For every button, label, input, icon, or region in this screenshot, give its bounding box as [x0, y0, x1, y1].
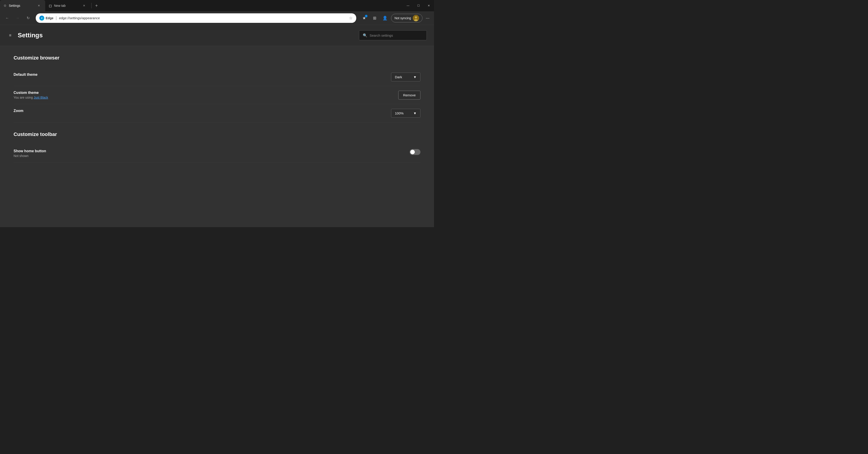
- refresh-button[interactable]: ↻: [24, 13, 33, 23]
- settings-header: ≡ Settings 🔍: [0, 25, 434, 46]
- search-settings-container[interactable]: 🔍: [359, 30, 427, 40]
- section-2-title: Customize toolbar: [13, 132, 421, 137]
- toggle-thumb: [410, 150, 415, 154]
- custom-theme-label-group: Custom theme You are using Just Black: [13, 91, 48, 99]
- tab-divider: [91, 3, 92, 8]
- url-path: appearance: [82, 16, 100, 20]
- search-icon: 🔍: [363, 33, 367, 37]
- default-theme-label: Default theme: [13, 73, 37, 77]
- sync-button[interactable]: Not syncing: [391, 14, 423, 22]
- show-home-label: Show home button: [13, 149, 46, 153]
- zoom-dropdown[interactable]: 100% ▼: [391, 109, 421, 118]
- settings-tab-icon: ⚙: [4, 4, 6, 7]
- edge-logo-icon: e: [39, 16, 44, 21]
- search-input[interactable]: [370, 33, 423, 37]
- zoom-label: Zoom: [13, 109, 24, 113]
- user-button[interactable]: 👤: [380, 13, 390, 23]
- favorites-button[interactable]: ★ i: [360, 13, 369, 23]
- custom-theme-label: Custom theme: [13, 91, 48, 95]
- minimize-button[interactable]: —: [403, 0, 413, 11]
- address-bar[interactable]: e Edge | edge://settings/appearance ☆: [36, 13, 356, 23]
- custom-theme-row: Custom theme You are using Just Black Re…: [13, 86, 421, 104]
- remove-theme-button[interactable]: Remove: [398, 91, 421, 100]
- default-theme-value: Dark: [395, 75, 402, 79]
- tab-newtab[interactable]: ◻ New tab ✕: [45, 0, 90, 11]
- collections-icon: ⊞: [373, 16, 376, 21]
- settings-page: ≡ Settings 🔍 Customize browser Default t…: [0, 25, 434, 227]
- close-button[interactable]: ✕: [424, 0, 434, 11]
- tab-settings[interactable]: ⚙ Settings ✕: [0, 0, 45, 11]
- toggle-track: [410, 149, 421, 155]
- default-theme-row: Default theme Dark ▼: [13, 68, 421, 86]
- custom-theme-sublabel: You are using Just Black: [13, 96, 48, 99]
- newtab-tab-icon: ◻: [49, 4, 52, 8]
- sync-label: Not syncing: [395, 16, 411, 20]
- settings-tab-close[interactable]: ✕: [36, 3, 41, 8]
- default-theme-dropdown[interactable]: Dark ▼: [391, 73, 421, 81]
- user-icon: 👤: [382, 16, 388, 21]
- toolbar-icons: ★ i ⊞ 👤: [360, 13, 390, 23]
- address-divider: |: [56, 16, 57, 20]
- zoom-value: 100%: [395, 111, 403, 115]
- favorites-badge: i: [365, 15, 368, 18]
- avatar: [413, 15, 419, 21]
- address-url: edge://settings/appearance: [59, 16, 347, 20]
- back-button[interactable]: ←: [3, 13, 12, 23]
- favorite-button[interactable]: ☆: [349, 16, 352, 21]
- settings-content: Customize browser Default theme Dark ▼ C…: [0, 46, 434, 227]
- show-home-sublabel: Not shown: [13, 154, 46, 158]
- page-title: Settings: [18, 32, 354, 39]
- newtab-tab-label: New tab: [54, 4, 79, 7]
- zoom-label-group: Zoom: [13, 109, 24, 113]
- show-home-toggle[interactable]: [410, 149, 421, 155]
- url-base: edge://settings/: [59, 16, 82, 20]
- default-theme-label-group: Default theme: [13, 73, 37, 77]
- edge-logo: e Edge: [39, 16, 53, 21]
- svg-point-1: [415, 16, 417, 19]
- section-1-title: Customize browser: [13, 55, 421, 61]
- zoom-row: Zoom 100% ▼: [13, 104, 421, 122]
- forward-button[interactable]: →: [13, 13, 22, 23]
- show-home-button-row: Show home button Not shown: [13, 145, 421, 163]
- maximize-button[interactable]: ☐: [413, 0, 424, 11]
- new-tab-button[interactable]: +: [92, 0, 101, 11]
- menu-button[interactable]: ≡: [7, 31, 13, 39]
- show-home-label-group: Show home button Not shown: [13, 149, 46, 158]
- edge-logo-text: Edge: [46, 16, 53, 20]
- zoom-chevron-icon: ▼: [413, 111, 416, 115]
- settings-tab-label: Settings: [9, 4, 34, 7]
- title-bar: ⚙ Settings ✕ ◻ New tab ✕ + — ☐ ✕: [0, 0, 434, 11]
- more-button[interactable]: ···: [424, 13, 431, 23]
- collections-button[interactable]: ⊞: [370, 13, 379, 23]
- section-separator: Customize toolbar: [13, 132, 421, 137]
- nav-bar: ← → ↻ e Edge | edge://settings/appearanc…: [0, 11, 434, 25]
- newtab-tab-close[interactable]: ✕: [81, 3, 87, 8]
- window-controls: — ☐ ✕: [403, 0, 434, 11]
- just-black-link[interactable]: Just Black: [34, 96, 48, 99]
- chevron-down-icon: ▼: [413, 75, 416, 79]
